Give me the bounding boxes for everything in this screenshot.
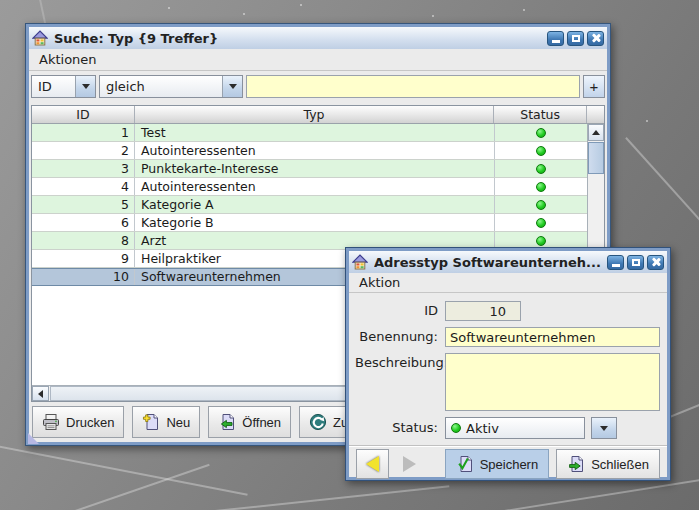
beschreibung-label: Beschreibung:	[355, 353, 445, 373]
wallpaper-dot	[243, 13, 245, 15]
status-active-icon	[451, 423, 461, 433]
status-active-icon	[536, 236, 546, 246]
forward-arrow-icon	[403, 456, 416, 472]
schliessen-label: Schließen	[591, 457, 649, 472]
schliessen-button[interactable]: Schließen	[556, 449, 660, 479]
document-new-icon	[142, 413, 160, 431]
drucken-label: Drucken	[66, 415, 114, 430]
chevron-down-icon[interactable]	[591, 417, 617, 439]
next-record-button	[393, 449, 426, 479]
wallpaper-dot	[168, 7, 170, 9]
table-row[interactable]: 1 Test	[32, 124, 587, 142]
resize-grip-icon[interactable]	[28, 433, 39, 444]
dialog-menubar: Aktion	[349, 273, 667, 293]
filter-row: ID gleich +	[29, 71, 607, 102]
status-active-icon	[536, 182, 546, 192]
column-header-typ[interactable]: Typ	[135, 106, 494, 123]
status-active-icon	[536, 128, 546, 138]
close-window-icon	[567, 455, 585, 473]
chevron-down-icon[interactable]	[222, 76, 242, 97]
neu-button[interactable]: Neu	[132, 406, 200, 438]
table-header-corner	[587, 106, 604, 123]
wallpaper-line	[171, 485, 450, 510]
beschreibung-field[interactable]	[445, 353, 660, 411]
status-active-icon	[536, 218, 546, 228]
id-label: ID	[355, 301, 445, 321]
table-row[interactable]: 2 Autointeressenten	[32, 142, 587, 160]
filter-operator-select[interactable]: gleich	[99, 75, 243, 98]
wallpaper-line	[10, 464, 209, 510]
menu-aktionen[interactable]: Aktionen	[39, 52, 97, 67]
dialog-title: Adresstyp Softwareunterneh...	[374, 255, 601, 270]
scroll-left-icon[interactable]	[32, 386, 49, 401]
adresstyp-form: ID Benennung: Beschreibung: Status:	[349, 293, 667, 445]
minimize-icon[interactable]	[607, 255, 624, 270]
column-header-id[interactable]: ID	[32, 106, 135, 123]
table-row[interactable]: 5 Kategorie A	[32, 196, 587, 214]
column-header-status[interactable]: Status	[494, 106, 587, 123]
search-window-titlebar[interactable]: Suche: Typ {9 Treffer}	[29, 27, 607, 49]
house-icon	[32, 30, 48, 46]
vertical-scrollbar-thumb[interactable]	[588, 142, 604, 174]
table-row[interactable]: 6 Kategorie B	[32, 214, 587, 232]
wallpaper-line	[0, 442, 248, 495]
status-label: Status:	[355, 418, 445, 438]
status-select[interactable]: Aktiv	[445, 417, 617, 439]
status-value: Aktiv	[466, 421, 499, 436]
neu-label: Neu	[166, 415, 190, 430]
wallpaper-line	[626, 137, 699, 264]
wallpaper-line	[35, 0, 46, 25]
maximize-icon[interactable]	[567, 31, 584, 46]
wallpaper-dot	[523, 9, 525, 11]
drucken-button[interactable]: Drucken	[32, 406, 124, 438]
filter-field-select[interactable]: ID	[31, 75, 96, 98]
id-field	[445, 301, 521, 321]
oeffnen-button[interactable]: Öffnen	[208, 406, 291, 438]
speichern-button[interactable]: Speichern	[445, 449, 550, 479]
filter-value-input[interactable]	[246, 75, 580, 98]
wallpaper-dot	[646, 120, 648, 122]
status-active-icon	[536, 200, 546, 210]
house-icon	[352, 254, 368, 270]
close-icon[interactable]	[587, 31, 604, 46]
reset-icon	[309, 413, 327, 431]
wallpaper-dot	[432, 15, 434, 17]
dialog-titlebar[interactable]: Adresstyp Softwareunterneh...	[349, 251, 667, 273]
table-row[interactable]: 3 Punktekarte-Interesse	[32, 160, 587, 178]
speichern-label: Speichern	[480, 457, 539, 472]
benennung-field[interactable]	[445, 327, 660, 347]
search-window-title: Suche: Typ {9 Treffer}	[54, 31, 218, 46]
status-active-icon	[536, 146, 546, 156]
back-arrow-icon	[366, 456, 379, 472]
table-row[interactable]: 4 Autointeressenten	[32, 178, 587, 196]
search-window-menubar: Aktionen	[29, 49, 607, 71]
document-open-icon	[218, 413, 236, 431]
desktop-background: Suche: Typ {9 Treffer} Aktionen ID gleic…	[0, 0, 699, 510]
save-check-icon	[456, 455, 474, 473]
table-header: ID Typ Status	[32, 106, 604, 124]
menu-aktion[interactable]: Aktion	[359, 275, 400, 290]
minimize-icon[interactable]	[547, 31, 564, 46]
status-active-icon	[536, 164, 546, 174]
printer-icon	[42, 413, 60, 431]
previous-record-button[interactable]	[356, 449, 389, 479]
oeffnen-label: Öffnen	[242, 415, 281, 430]
close-icon[interactable]	[647, 255, 664, 270]
chevron-down-icon[interactable]	[75, 76, 95, 97]
benennung-label: Benennung:	[355, 327, 445, 347]
adresstyp-dialog: Adresstyp Softwareunterneh... Aktion ID …	[345, 247, 671, 481]
add-filter-button[interactable]: +	[583, 75, 605, 98]
dialog-button-bar: Speichern Schließen	[349, 445, 667, 482]
scroll-up-icon[interactable]	[588, 124, 604, 141]
maximize-icon[interactable]	[627, 255, 644, 270]
wallpaper-dot	[300, 4, 302, 6]
